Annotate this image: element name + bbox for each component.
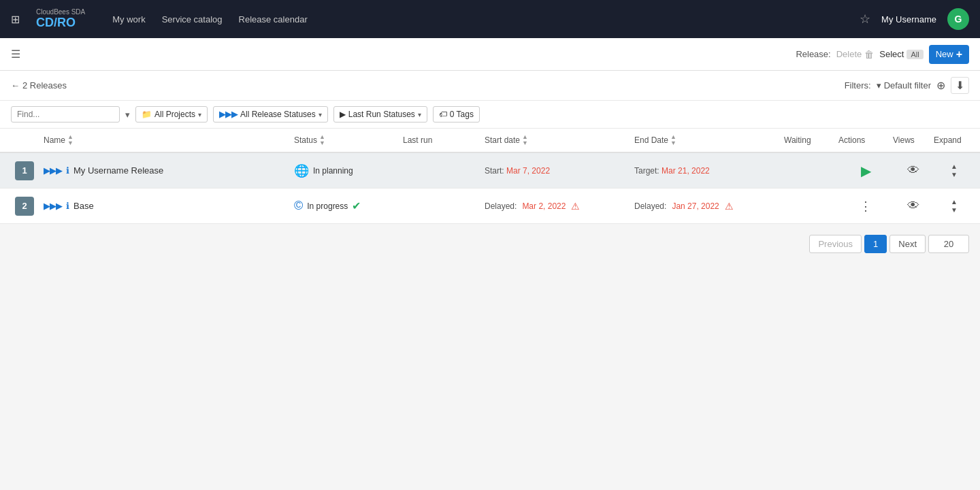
brand: CloudBees SDA CD/RO (36, 8, 85, 30)
expand-icon[interactable]: ▲▼ (951, 198, 958, 214)
delete-button[interactable]: Delete 🗑 (836, 49, 875, 60)
brand-bottom: CD/RO (36, 16, 85, 30)
table-header: Name ▲▼ Status ▲▼ Last run Start date ▲▼… (0, 129, 980, 153)
breadcrumb-text: 2 Releases (22, 80, 67, 91)
info-icon[interactable]: ℹ (66, 165, 69, 176)
planning-icon: 🌐 (294, 163, 309, 178)
col-enddate-header[interactable]: End Date ▲▼ (634, 134, 784, 146)
toolbar: ☰ Release: Delete 🗑 Select All New + (0, 38, 980, 71)
next-button[interactable]: Next (889, 235, 926, 253)
release-statuses-label: All Release Statuses (240, 110, 316, 119)
col-waiting-header: Waiting (784, 135, 838, 145)
nav-service-catalog[interactable]: Service catalog (162, 12, 223, 27)
info-icon[interactable]: ℹ (66, 201, 69, 211)
col-name-header[interactable]: Name ▲▼ (44, 134, 294, 146)
release-statuses-filter[interactable]: ▶▶▶ All Release Statuses ▾ (213, 106, 328, 122)
warning-icon: ⚠ (725, 201, 734, 212)
row-2-expand: ▲▼ (934, 198, 975, 214)
play-button[interactable]: ▶ (861, 163, 871, 179)
row-1-status-cell: 🌐 In planning (294, 163, 403, 178)
nav-release-calendar[interactable]: Release calendar (239, 12, 308, 27)
default-filter-label: Default filter (884, 80, 931, 91)
release-arrows-icon: ▶▶▶ (44, 166, 62, 176)
row-1-expand: ▲▼ (934, 163, 975, 179)
grid-icon[interactable]: ⊞ (11, 13, 20, 26)
page-size-input[interactable] (928, 235, 969, 253)
brand-top: CloudBees SDA (36, 8, 85, 16)
check-icon: ✔ (352, 199, 361, 212)
export-icon[interactable]: ⬇ (951, 77, 969, 94)
select-label: Select (879, 49, 904, 59)
enddate-sort-icon: ▲▼ (670, 134, 676, 146)
eye-icon[interactable]: 👁 (907, 199, 919, 213)
find-input[interactable] (11, 106, 120, 122)
avatar[interactable]: G (947, 8, 969, 30)
header-right: ☆ My Username G (860, 8, 969, 30)
projects-label: All Projects (154, 110, 195, 119)
page-1-button[interactable]: 1 (864, 235, 887, 253)
projects-filter[interactable]: 📁 All Projects ▾ (135, 106, 208, 122)
main-nav: My work Service catalog Release calendar (112, 12, 843, 27)
status-sort-icon: ▲▼ (319, 134, 325, 146)
select-button[interactable]: Select All (879, 49, 923, 59)
col-expand-header: Expand (934, 135, 975, 145)
row-2-name[interactable]: Base (74, 201, 94, 211)
row-2-actions: ⋮ (838, 199, 893, 214)
default-filter-dropdown[interactable]: ▾ Default filter (877, 80, 931, 91)
row-1-actions: ▶ (838, 163, 893, 179)
last-run-filter[interactable]: ▶ Last Run Statuses ▾ (333, 106, 427, 122)
add-filter-icon[interactable]: ⊕ (936, 79, 945, 92)
previous-button[interactable]: Previous (809, 235, 862, 253)
find-dropdown-icon[interactable]: ▾ (125, 110, 130, 120)
username-label: My Username (881, 14, 936, 24)
row-num-1: 1 (5, 161, 44, 180)
star-icon[interactable]: ☆ (860, 12, 870, 27)
toolbar-right: Release: Delete 🗑 Select All New + (796, 45, 969, 64)
tags-label: 0 Tags (450, 110, 474, 119)
name-sort-icon: ▲▼ (67, 134, 74, 146)
play-circle-icon: ▶ (340, 110, 346, 119)
nav-my-work[interactable]: My work (112, 12, 145, 27)
row-1-name-cell: ▶▶▶ ℹ My Username Release (44, 165, 294, 176)
release-arrows-icon: ▶▶▶ (44, 201, 62, 211)
col-startdate-header[interactable]: Start date ▲▼ (485, 134, 634, 146)
last-run-chevron-icon: ▾ (418, 111, 421, 118)
col-lastrun-header[interactable]: Last run (403, 135, 485, 145)
tag-icon: 🏷 (439, 110, 447, 119)
row-1-status: In planning (313, 166, 353, 176)
new-button[interactable]: New + (929, 45, 969, 64)
expand-icon[interactable]: ▲▼ (951, 163, 958, 179)
release-label: Release: (796, 49, 830, 59)
row-num-2: 2 (5, 197, 44, 216)
row-2-status: In progress (307, 201, 348, 211)
row-1-name[interactable]: My Username Release (74, 165, 163, 176)
more-button[interactable]: ⋮ (860, 199, 872, 214)
startdate-sort-icon: ▲▼ (522, 134, 528, 146)
col-actions-header: Actions (838, 135, 893, 145)
table-row[interactable]: 1 ▶▶▶ ℹ My Username Release 🌐 In plannin… (0, 153, 980, 189)
tags-filter[interactable]: 🏷 0 Tags (433, 106, 480, 122)
chevron-down-icon: ▾ (877, 80, 881, 91)
row-2-startdate: Delayed: Mar 2, 2022 ⚠ (485, 201, 634, 212)
release-statuses-chevron-icon: ▾ (318, 111, 322, 118)
back-link[interactable]: ← 2 Releases (11, 80, 67, 91)
row-1-enddate: Target: Mar 21, 2022 (634, 166, 784, 176)
warning-icon: ⚠ (571, 201, 580, 212)
row-1-views: 👁 (893, 163, 934, 178)
app-header: ⊞ CloudBees SDA CD/RO My work Service ca… (0, 0, 980, 38)
col-status-header[interactable]: Status ▲▼ (294, 134, 403, 146)
filters-right: Filters: ▾ Default filter ⊕ ⬇ (845, 77, 969, 94)
breadcrumb-bar: ← 2 Releases Filters: ▾ Default filter ⊕… (0, 71, 980, 101)
new-label: New (936, 49, 953, 59)
back-arrow-icon: ← (11, 80, 20, 91)
row-2-enddate: Delayed: Jan 27, 2022 ⚠ (634, 201, 784, 212)
menu-icon[interactable]: ☰ (11, 48, 20, 61)
eye-icon[interactable]: 👁 (907, 163, 919, 178)
row-1-startdate: Start: Mar 7, 2022 (485, 166, 634, 176)
filter-bar: ▾ 📁 All Projects ▾ ▶▶▶ All Release Statu… (0, 101, 980, 129)
pagination: Previous 1 Next (0, 224, 980, 264)
row-2-status-cell: © In progress ✔ (294, 199, 403, 213)
trash-icon: 🗑 (864, 49, 874, 60)
plus-icon: + (956, 48, 962, 61)
table-row[interactable]: 2 ▶▶▶ ℹ Base © In progress ✔ Delayed: Ma… (0, 189, 980, 224)
